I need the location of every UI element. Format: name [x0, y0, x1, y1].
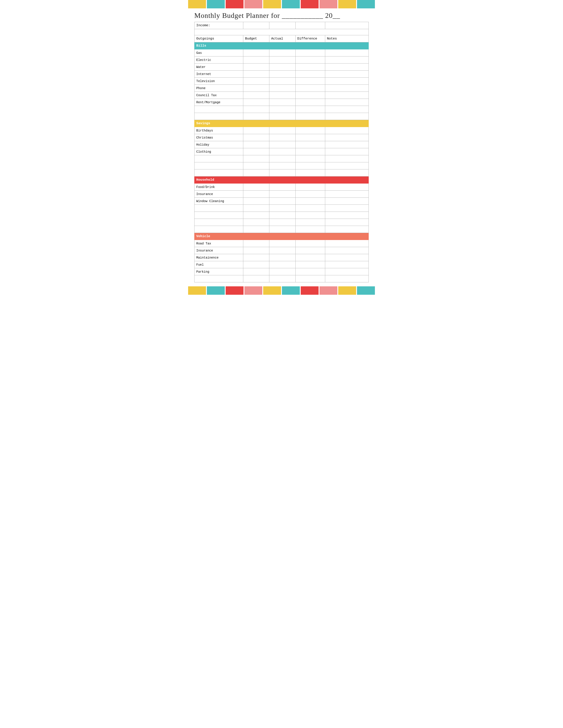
table-row [194, 275, 369, 282]
row-holiday: Holiday [194, 141, 243, 148]
table-row: Television [194, 78, 369, 85]
table-row: Internet [194, 71, 369, 78]
bottom-bar-2 [207, 286, 225, 295]
table-row: Water [194, 64, 369, 71]
table-row [194, 226, 369, 233]
table-row [194, 113, 369, 120]
row-water: Water [194, 64, 243, 71]
section-header-bills: Bills [194, 42, 369, 49]
bills-label: Bills [194, 42, 369, 49]
top-bar-2 [207, 0, 225, 8]
page: Monthly Budget Planner for ___________ 2… [188, 0, 375, 299]
table-row: Clothing [194, 148, 369, 155]
row-christmas: Christmas [194, 134, 243, 141]
col-header-diff: Difference [296, 35, 325, 42]
section-header-savings: Savings [194, 120, 369, 127]
row-clothing: Clothing [194, 148, 243, 155]
column-headers: Outgoings Budget Actual Difference Notes [194, 35, 369, 42]
table-row: Window Cleaning [194, 198, 369, 205]
top-bar-9 [338, 0, 356, 8]
income-row: Income: [194, 22, 369, 29]
income-diff [296, 22, 325, 29]
col-header-actual: Actual [269, 35, 296, 42]
top-bar-7 [301, 0, 319, 8]
bottom-bar-7 [301, 286, 319, 295]
row-vehicle-insurance: Insurance [194, 247, 243, 254]
section-header-household: Household [194, 176, 369, 184]
savings-label: Savings [194, 120, 369, 127]
bottom-color-bars [188, 286, 375, 295]
table-row: Phone [194, 85, 369, 92]
table-row: Maintainence [194, 254, 369, 261]
row-rent: Rent/Mortgage [194, 99, 243, 106]
table-row: Road Tax [194, 240, 369, 247]
table-row [194, 162, 369, 169]
table-row: Birthdays [194, 127, 369, 134]
bottom-bar-10 [357, 286, 375, 295]
top-bar-8 [320, 0, 337, 8]
row-internet: Internet [194, 71, 243, 78]
row-electric: Electric [194, 56, 243, 64]
table-row: Insurance [194, 191, 369, 198]
bottom-bar-3 [226, 286, 243, 295]
budget-table: Income: Outgoings Budget Actual Differen… [194, 22, 369, 282]
table-row: Parking [194, 268, 369, 275]
row-maintainence: Maintainence [194, 254, 243, 261]
income-notes [325, 22, 369, 29]
bottom-bar-9 [338, 286, 356, 295]
row-phone: Phone [194, 85, 243, 92]
table-row: Insurance [194, 247, 369, 254]
table-row [194, 212, 369, 219]
row-parking: Parking [194, 268, 243, 275]
table-row: Holiday [194, 141, 369, 148]
table-row: Council Tax [194, 92, 369, 99]
table-row [194, 205, 369, 212]
table-row: Rent/Mortgage [194, 99, 369, 106]
bottom-bar-4 [244, 286, 262, 295]
table-row: Electric [194, 56, 369, 64]
row-birthdays: Birthdays [194, 127, 243, 134]
table-row [194, 106, 369, 113]
bottom-bar-5 [263, 286, 281, 295]
row-council-tax: Council Tax [194, 92, 243, 99]
table-row [194, 219, 369, 226]
top-bar-10 [357, 0, 375, 8]
top-bar-4 [244, 0, 262, 8]
row-gas: Gas [194, 49, 243, 56]
income-actual [269, 22, 296, 29]
row-food-drink: Food/Drink [194, 184, 243, 191]
income-label: Income: [194, 22, 243, 29]
bottom-bar-8 [320, 286, 337, 295]
top-bar-1 [188, 0, 206, 8]
row-television: Television [194, 78, 243, 85]
row-road-tax: Road Tax [194, 240, 243, 247]
table-row [194, 169, 369, 176]
bottom-bar-1 [188, 286, 206, 295]
top-color-bars [188, 0, 375, 8]
page-title: Monthly Budget Planner for ___________ 2… [188, 10, 375, 22]
table-row: Christmas [194, 134, 369, 141]
row-fuel: Fuel [194, 261, 243, 268]
col-header-notes: Notes [325, 35, 369, 42]
top-bar-6 [282, 0, 300, 8]
top-bar-5 [263, 0, 281, 8]
top-bar-3 [226, 0, 243, 8]
spacer-after-income [194, 29, 369, 35]
bottom-bar-6 [282, 286, 300, 295]
vehicle-label: Vehicle [194, 233, 369, 240]
table-row: Food/Drink [194, 184, 369, 191]
row-window-cleaning: Window Cleaning [194, 198, 243, 205]
household-label: Household [194, 176, 369, 184]
income-budget [243, 22, 269, 29]
section-header-vehicle: Vehicle [194, 233, 369, 240]
table-row [194, 155, 369, 162]
col-header-budget: Budget [243, 35, 269, 42]
table-row: Gas [194, 49, 369, 56]
row-insurance: Insurance [194, 191, 243, 198]
table-row: Fuel [194, 261, 369, 268]
col-header-outgoings: Outgoings [194, 35, 243, 42]
